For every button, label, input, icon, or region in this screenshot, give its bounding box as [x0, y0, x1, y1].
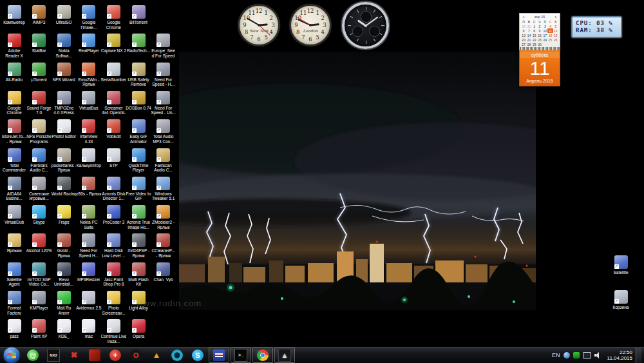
clock-gadget-london[interactable]: 123456789101112London	[289, 4, 332, 46]
calendar-day-cell[interactable]: 25	[547, 37, 553, 42]
calendar-today-cell[interactable]: 11	[547, 28, 553, 33]
desktop-icon-easy-gif-animator[interactable]: Easy GIF Animator	[126, 119, 151, 144]
desktop-icon-free-video-to-gif-converter[interactable]: Free Video to GIF Converter	[126, 177, 151, 202]
calendar-day-cell[interactable]: 8	[532, 28, 537, 33]
calendar-day-cell[interactable]: 21	[526, 37, 531, 42]
desktop-icon-acronis-true-image-ho[interactable]: Acronis True Image Ho...	[126, 205, 151, 230]
desktop-icon-kde[interactable]: KDE_	[51, 319, 77, 339]
language-indicator[interactable]: EN	[552, 352, 560, 358]
desktop-icon-imtoo-3gp-video-co[interactable]: ImTOO 3GP Video Co...	[26, 262, 52, 287]
calendar-day-cell[interactable]: 2	[537, 24, 542, 28]
taskbar-button-download-master[interactable]: +	[106, 348, 125, 362]
calendar-day-cell[interactable]	[547, 42, 553, 46]
desktop-icon-nfs-porsche-programs[interactable]: NFS Porsche Programs	[26, 119, 52, 144]
calendar-day-cell[interactable]: 14	[526, 33, 531, 37]
desktop-icon-skype[interactable]: Skype	[26, 205, 52, 225]
taskbar-button-media-player-eye[interactable]	[167, 348, 187, 362]
desktop-icon-satellite-agent[interactable]: Satellite Agent	[1, 262, 27, 287]
taskbar-button-aimp[interactable]: ▲	[147, 348, 166, 362]
desktop-icon-quicktime-player[interactable]: QuickTime Player	[126, 148, 151, 173]
calendar-day-cell[interactable]: 17	[542, 33, 547, 37]
desktop-icon-nokia-softwa[interactable]: Nokia Softwa...	[51, 34, 77, 58]
network-globe-icon[interactable]	[564, 352, 570, 358]
desktop-icon-adobe-reader-x[interactable]: Adobe Reader X	[1, 34, 27, 58]
desktop-icon-alcohol-120[interactable]: Alcohol 120%	[26, 233, 52, 253]
calendar-day-cell[interactable]: 30	[521, 24, 526, 28]
tray-clock[interactable]: 22:50 11.04.2015	[607, 349, 632, 361]
desktop-icon-ultraiso[interactable]: UltraISO	[51, 5, 77, 25]
desktop-icon-kmplayer[interactable]: KMPlayer	[26, 291, 52, 311]
desktop-icon-xvid4psp-ярлык[interactable]: XviD4PSP - Ярлык	[126, 233, 151, 258]
desktop-icon-dosbox-0-74[interactable]: DOSBox 0.74	[126, 91, 151, 111]
taskbar-button-aida64[interactable]: ▲	[274, 348, 295, 363]
calendar-day-cell[interactable]: 30	[537, 42, 542, 46]
calendar-day-cell[interactable]: 20	[521, 37, 526, 42]
desktop-icon-sound-forge-7-0[interactable]: Sound Forge 7.0	[26, 91, 52, 115]
desktop-icon-vobedit[interactable]: VobEdit	[100, 119, 126, 139]
taskbar-button-red-app[interactable]: ✖	[64, 348, 84, 362]
desktop-icon-ярлыки[interactable]: Ярлыки	[1, 233, 27, 253]
desktop-icon-stp[interactable]: STP	[100, 148, 126, 168]
calendar-day-cell[interactable]: 9	[537, 28, 542, 33]
desktop-icon-multi-flash-kit[interactable]: Multi Flash Kit	[126, 262, 151, 287]
desktop-icon-pockettanks-ярлык[interactable]: pockettanks - Ярлык	[51, 148, 77, 173]
taskbar-button-chrome[interactable]	[252, 348, 273, 363]
desktop-icon-google-chrome[interactable]: Google Chrome	[100, 5, 126, 30]
calendar-day-cell[interactable]: 31	[526, 24, 531, 28]
desktop-icon-mac[interactable]: mac	[76, 319, 102, 339]
calendar-next-icon[interactable]: ►	[554, 15, 558, 19]
desktop-icon-paint-xp[interactable]: Paint XP	[26, 319, 52, 339]
desktop-icon-all-radio[interactable]: All-Radio	[1, 63, 27, 83]
desktop-icon-nfs-wizard[interactable]: NFS Wizard	[51, 63, 77, 83]
start-button[interactable]	[4, 348, 19, 363]
calendar-day-cell[interactable]: 6	[521, 28, 526, 33]
desktop-icon-z80s-ярлык[interactable]: z80s - Ярлык	[76, 177, 102, 197]
calendar-day-cell[interactable]: 28	[526, 42, 531, 46]
desktop-icon-acronis-disk-director-1[interactable]: Acronis Disk Director 1...	[100, 177, 126, 201]
calendar-day-cell[interactable]: 7	[526, 28, 531, 33]
taskbar-button-skype[interactable]: S	[188, 348, 207, 362]
desktop-icon-mp3resizer[interactable]: MP3Resizer	[76, 262, 102, 282]
desktop-icon-revo-uninstall[interactable]: Revo Uninstall...	[51, 262, 77, 287]
desktop-icon-world-racing[interactable]: World Racing	[51, 177, 77, 197]
desktop-icon-jasc-paint-shop-pro-8[interactable]: Jasc Paint Shop Pro 8	[100, 262, 126, 287]
calendar-prev-icon[interactable]: ◄	[522, 15, 525, 19]
desktop-icon-chan-vyb[interactable]: Chan_Vyb	[151, 262, 176, 282]
desktop-icon-format-factory[interactable]: Format Factory	[1, 291, 27, 315]
taskbar-button-capture-nx2[interactable]: NX2	[44, 348, 63, 362]
desktop-icon-fairscan-audio-c[interactable]: FairScan Audio C...	[151, 148, 176, 173]
calendar-day-cell[interactable]: 26	[553, 37, 558, 42]
volume-icon[interactable]	[594, 352, 602, 358]
calendar-day-cell[interactable]: 10	[542, 28, 547, 33]
calendar-day-cell[interactable]: 13	[521, 33, 526, 37]
desktop-icon-советские-игровые[interactable]: Советские игровые...	[26, 177, 52, 201]
calendar-day-cell[interactable]: 12	[553, 28, 558, 33]
desktop-icon-bittorrent[interactable]: BitTorrent	[126, 5, 151, 25]
calendar-day-cell[interactable]	[553, 42, 558, 46]
desktop-icon-total-commander[interactable]: Total Commander	[1, 148, 27, 173]
desktop-icon-need-for-speed-h[interactable]: Need For Speed - H...	[151, 63, 176, 87]
desktop-icon-google-плане[interactable]: Google Плане...	[76, 5, 102, 30]
taskbar-button-command-prompt[interactable]: >_	[231, 348, 251, 363]
desktop-icon-hard-disk-low-level[interactable]: Hard Disk Low Level ...	[100, 233, 126, 258]
taskbar-button-total-commander[interactable]	[209, 348, 229, 363]
display-icon[interactable]	[583, 352, 591, 358]
calendar-day-cell[interactable]: 23	[537, 37, 542, 42]
calendar-day-cell[interactable]	[542, 42, 547, 46]
calendar-day-cell[interactable]: 15	[532, 33, 537, 37]
cpu-ram-meter-gadget[interactable]: CPU: 03 % RAM: 38 %	[571, 16, 622, 38]
desktop-icon-aida64-busine[interactable]: AIDA64 Busine...	[1, 177, 27, 201]
calendar-day-cell[interactable]: 24	[542, 37, 547, 42]
desktop-icon-emuzwin-ярлык[interactable]: EmuZWin - Ярлык	[76, 63, 102, 87]
desktop-icon-screamer-4x4-opengl[interactable]: Screamer 4x4 OpenGL	[100, 91, 126, 115]
desktop-icon-irfanview-4-33[interactable]: IrfanView 4.33	[76, 119, 102, 144]
desktop-icon-capture-nx-2[interactable]: Capture NX 2	[100, 34, 126, 54]
calendar-day-cell[interactable]: 5	[553, 24, 558, 28]
calendar-day-cell[interactable]: 27	[521, 42, 526, 46]
taskbar-button-red-folder[interactable]	[85, 348, 104, 362]
calendar-day-cell[interactable]: 18	[547, 33, 553, 37]
desktop-icon-nokia-pc-suite[interactable]: Nokia PC Suite	[76, 205, 102, 230]
desktop-icon-photo-screensav[interactable]: Photo Screensav...	[100, 291, 126, 315]
desktop-icon-fraps[interactable]: Fraps	[51, 205, 77, 225]
clock-gadget-chronograph[interactable]	[342, 2, 389, 49]
